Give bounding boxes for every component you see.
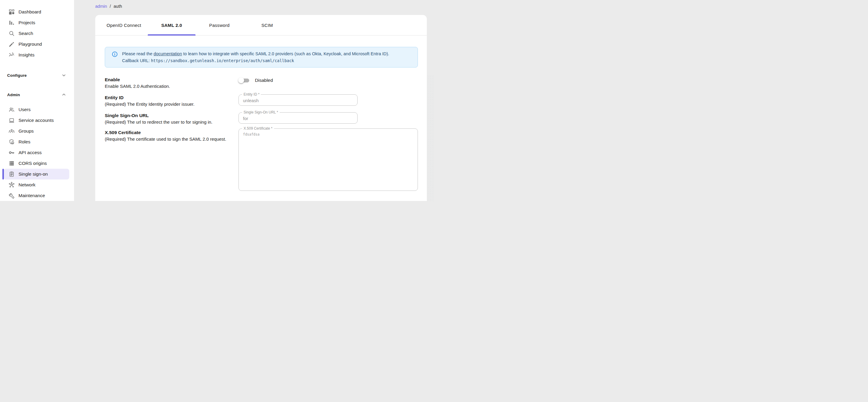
sidebar-item-label: Playground bbox=[19, 41, 42, 47]
info-alert: Please read the documentation to learn h… bbox=[105, 47, 418, 67]
section-title: Single Sign-On URL bbox=[105, 112, 239, 119]
sidebar-item-projects[interactable]: Projects bbox=[4, 17, 69, 28]
sidebar-item-groups[interactable]: Groups bbox=[4, 126, 69, 137]
sidebar-item-maintenance[interactable]: Maintenance bbox=[4, 190, 69, 201]
toggle-switch-icon bbox=[239, 77, 250, 84]
sidebar-top-nav: Dashboard Projects Search bbox=[0, 6, 74, 60]
callback-url: https://sandbox.getunleash.io/enterprise… bbox=[151, 58, 294, 63]
sidebar-item-label: Roles bbox=[19, 139, 30, 145]
sidebar-item-label: Insights bbox=[19, 52, 34, 58]
section-description: Enable SAML 2.0 Authentication. bbox=[105, 83, 230, 90]
field-label: Single Sign-On URL * bbox=[242, 110, 280, 114]
sidebar-item-label: Projects bbox=[19, 20, 35, 25]
sidebar-item-users[interactable]: Users bbox=[4, 104, 69, 115]
field-label: Entity ID * bbox=[242, 92, 261, 96]
breadcrumb-link-admin[interactable]: admin bbox=[95, 4, 107, 9]
entity-id-field: Entity ID * bbox=[239, 94, 358, 106]
sidebar-item-label: Users bbox=[19, 107, 30, 112]
certificate-row: X.509 Certificate (Required) The certifi… bbox=[105, 129, 418, 191]
tab-label: SCIM bbox=[261, 23, 273, 28]
sidebar-item-label: Single sign-on bbox=[19, 171, 48, 177]
wrench-icon bbox=[8, 192, 15, 199]
section-title: Enable bbox=[105, 77, 239, 83]
key-icon bbox=[8, 149, 15, 156]
sidebar-item-label: CORS origins bbox=[19, 161, 47, 166]
sidebar-item-label: Network bbox=[19, 182, 35, 188]
entity-id-row: Entity ID (Required) The Entity Identity… bbox=[105, 94, 418, 108]
section-label: Admin bbox=[7, 93, 20, 97]
tab-bar: OpenID Connect SAML 2.0 Password SCIM bbox=[95, 15, 427, 35]
sidebar-item-network[interactable]: Network bbox=[4, 179, 69, 190]
info-icon bbox=[112, 51, 118, 57]
users-icon bbox=[8, 106, 15, 113]
enable-toggle[interactable]: Disabled bbox=[239, 77, 418, 84]
clipboard-icon bbox=[8, 171, 15, 177]
sidebar-item-insights[interactable]: Insights bbox=[4, 50, 69, 60]
sso-url-row: Single Sign-On URL (Required) The url to… bbox=[105, 112, 418, 125]
tab-saml-2-0[interactable]: SAML 2.0 bbox=[148, 15, 195, 35]
saml-settings-panel: Please read the documentation to learn h… bbox=[95, 35, 427, 191]
insights-icon bbox=[8, 52, 15, 58]
sidebar: Dashboard Projects Search bbox=[0, 0, 74, 201]
sidebar-item-single-sign-on[interactable]: Single sign-on bbox=[4, 169, 69, 179]
certificate-field: X.509 Certificate * fdsafdsa bbox=[239, 128, 418, 191]
sidebar-admin-nav: Users Service accounts G bbox=[0, 104, 74, 201]
sidebar-item-search[interactable]: Search bbox=[4, 28, 69, 39]
sidebar-item-playground[interactable]: Playground bbox=[4, 39, 69, 50]
breadcrumb-current: auth bbox=[114, 4, 122, 9]
tab-label: Password bbox=[209, 23, 229, 28]
certificate-textarea[interactable]: fdsafdsa bbox=[239, 129, 417, 191]
sidebar-item-label: API access bbox=[19, 150, 42, 155]
sidebar-section-admin[interactable]: Admin bbox=[0, 89, 74, 100]
section-title: Entity ID bbox=[105, 94, 239, 101]
sidebar-item-label: Maintenance bbox=[19, 193, 45, 198]
alert-text: Please read the documentation to learn h… bbox=[122, 51, 389, 64]
breadcrumb: admin / auth bbox=[95, 4, 122, 9]
server-list-icon bbox=[8, 160, 15, 167]
laptop-icon bbox=[8, 117, 15, 124]
groups-icon bbox=[8, 128, 15, 135]
tab-label: SAML 2.0 bbox=[161, 23, 182, 28]
sidebar-item-dashboard[interactable]: Dashboard bbox=[4, 6, 69, 17]
chevron-down-icon bbox=[61, 72, 67, 78]
sidebar-section-configure[interactable]: Configure bbox=[0, 70, 74, 81]
background-texture bbox=[427, 75, 434, 201]
sidebar-item-label: Dashboard bbox=[19, 9, 41, 15]
section-description: (Required) The certificate used to sign … bbox=[105, 136, 230, 142]
callback-url-label: Callback URL: bbox=[122, 58, 151, 63]
documentation-link[interactable]: documentation bbox=[154, 51, 182, 56]
sidebar-item-roles[interactable]: Roles bbox=[4, 137, 69, 147]
sidebar-item-label: Service accounts bbox=[19, 118, 54, 123]
section-description: (Required) The url to redirect the user … bbox=[105, 119, 230, 125]
tab-password[interactable]: Password bbox=[195, 15, 243, 35]
playground-icon bbox=[8, 41, 15, 48]
toggle-state-label: Disabled bbox=[255, 78, 273, 83]
enable-row: Enable Enable SAML 2.0 Authentication. D… bbox=[105, 77, 418, 90]
sso-url-field: Single Sign-On URL * bbox=[239, 112, 358, 124]
sidebar-item-api-access[interactable]: API access bbox=[4, 147, 69, 158]
tab-openid-connect[interactable]: OpenID Connect bbox=[100, 15, 148, 35]
dashboard-icon bbox=[8, 9, 15, 15]
section-title: X.509 Certificate bbox=[105, 129, 239, 136]
active-tab-indicator bbox=[148, 34, 195, 35]
sidebar-item-label: Search bbox=[19, 31, 33, 36]
settings-card: OpenID Connect SAML 2.0 Password SCIM bbox=[95, 15, 427, 201]
section-label: Configure bbox=[7, 73, 27, 78]
shield-person-icon bbox=[8, 139, 15, 145]
field-label: X.509 Certificate * bbox=[242, 126, 274, 131]
hub-icon bbox=[8, 181, 15, 188]
main-content: admin / auth OpenID Connect SAML 2.0 Pas… bbox=[74, 0, 434, 201]
projects-icon bbox=[8, 20, 15, 26]
app-root: Dashboard Projects Search bbox=[0, 0, 434, 201]
chevron-up-icon bbox=[61, 92, 67, 98]
tab-label: OpenID Connect bbox=[106, 23, 141, 28]
tab-scim[interactable]: SCIM bbox=[243, 15, 291, 35]
search-icon bbox=[8, 30, 15, 37]
sidebar-item-service-accounts[interactable]: Service accounts bbox=[4, 115, 69, 126]
section-description: (Required) The Entity Identity provider … bbox=[105, 101, 230, 108]
breadcrumb-separator: / bbox=[110, 4, 111, 9]
sidebar-item-cors-origins[interactable]: CORS origins bbox=[4, 158, 69, 169]
sidebar-item-label: Groups bbox=[19, 128, 34, 134]
